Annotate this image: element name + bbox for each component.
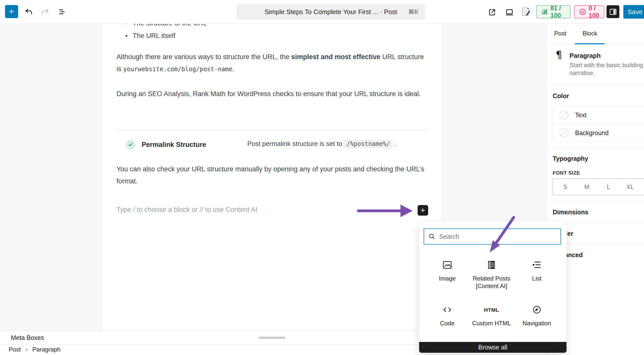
color-section: Color Text Background [547, 85, 644, 148]
permalink-status-pre: Post permalink structure is set to [247, 140, 344, 147]
block-search-box[interactable] [424, 228, 561, 245]
html-block-icon: HTML [469, 301, 514, 315]
preview-button[interactable] [504, 7, 515, 18]
breadcrumb-paragraph: Paragraph [32, 346, 61, 353]
font-size-l[interactable]: L [598, 183, 619, 190]
rank-math-seo-score-badge[interactable]: 81 / 100 [536, 5, 571, 18]
view-post-button[interactable] [487, 7, 498, 18]
document-overview-button[interactable] [56, 6, 67, 17]
block-item-image[interactable]: Image [425, 256, 469, 282]
font-size-label: FONT SIZE [553, 170, 580, 176]
save-button[interactable]: Save [623, 5, 644, 19]
add-block-button[interactable] [418, 205, 428, 216]
seo-score-icon [541, 9, 548, 15]
typography-heading: Typography [553, 155, 588, 162]
color-heading: Color [553, 92, 569, 100]
external-link-icon [488, 8, 497, 17]
settings-panel-toggle-button[interactable] [607, 5, 619, 18]
redo-icon [41, 7, 50, 17]
breadcrumb-post[interactable]: Post [9, 346, 21, 353]
edit-snippet-button[interactable] [520, 6, 531, 17]
permalink-status-end: . [393, 140, 396, 147]
undo-icon [24, 7, 33, 17]
undo-button[interactable] [23, 6, 34, 17]
block-label: List [515, 275, 559, 282]
font-size-s[interactable]: S [554, 183, 576, 190]
empty-block-placeholder[interactable]: Type / to choose a block or // to use Co… [116, 206, 257, 214]
image-block-icon [425, 256, 469, 271]
list-item[interactable]: The structure of the URL [126, 24, 207, 29]
content-ai-icon: ai [579, 8, 586, 15]
permalink-code: /%postname%/ [344, 140, 392, 148]
meta-boxes-label: Meta Boxes [11, 334, 44, 341]
svg-text:ai: ai [581, 10, 584, 14]
block-item-list[interactable]: List [515, 256, 559, 282]
block-label: Code [425, 320, 469, 327]
background-color-label: Background [575, 129, 609, 137]
check-icon [126, 140, 135, 149]
block-name: Paragraph [570, 52, 601, 59]
color-options: Text Background [553, 106, 644, 142]
document-title: Simple Steps To Complete Your First ... … [265, 8, 397, 16]
permalink-status-text: Post permalink structure is set to /%pos… [247, 140, 396, 148]
browse-all-button[interactable]: Browse all [419, 342, 567, 353]
content-ai-score-value: 0 / 100 [589, 5, 599, 19]
list-item-text: The URL itself [133, 30, 175, 42]
paragraph-block[interactable]: You can also check your URL structure ma… [116, 163, 428, 187]
background-color-row[interactable]: Background [553, 124, 644, 142]
search-icon [428, 233, 436, 240]
font-size-xl[interactable]: XL [619, 183, 641, 190]
inline-code: yourwebsite.com/blog/post-name [123, 66, 232, 73]
block-description: Start with the basic building block of a… [570, 61, 644, 77]
typography-section: Typography FONT SIZE S M L XL XXL [547, 148, 644, 202]
separator-block[interactable] [116, 130, 428, 130]
text-color-row[interactable]: Text [553, 106, 644, 124]
paragraph-block[interactable]: Although there are various ways to struc… [116, 51, 428, 75]
bullet-icon [126, 35, 127, 37]
block-label: Navigation [515, 320, 559, 327]
seo-score-value: 81 / 100 [550, 5, 566, 19]
block-label: Image [425, 275, 469, 282]
navigation-block-icon [515, 301, 559, 315]
laptop-icon [505, 8, 514, 17]
code-block-icon [425, 301, 469, 315]
no-color-swatch-icon [559, 128, 569, 138]
list-item-text: The structure of the URL [133, 24, 207, 29]
font-size-m[interactable]: M [576, 183, 598, 190]
editor-canvas[interactable]: The structure of the URL The URL itself … [103, 24, 441, 330]
block-item-code[interactable]: Code [425, 301, 469, 327]
block-inserter-popup: Image Related Posts [Content AI] List Co… [419, 221, 567, 352]
editor-top-bar: Simple Steps To Complete Your First ... … [0, 0, 644, 24]
font-size-xxl[interactable]: XXL [641, 183, 644, 190]
command-shortcut: ⌘K [408, 8, 419, 16]
block-item-related-posts[interactable]: Related Posts [Content AI] [469, 256, 514, 290]
search-input[interactable] [439, 233, 560, 241]
paragraph-block-icon: ¶ [556, 49, 562, 61]
text-color-label: Text [575, 111, 587, 119]
block-item-custom-html[interactable]: HTML Custom HTML [469, 301, 514, 327]
list-view-icon [57, 7, 67, 17]
canvas-left-gutter [0, 24, 103, 330]
content-ai-score-badge[interactable]: ai 0 / 100 [574, 5, 604, 18]
dimensions-section[interactable]: Dimensions [547, 202, 644, 223]
dimensions-heading: Dimensions [553, 209, 588, 216]
command-palette-button[interactable]: Simple Steps To Complete Your First ... … [236, 4, 425, 20]
sidebar-toggle-icon [609, 8, 617, 16]
block-item-navigation[interactable]: Navigation [515, 301, 559, 327]
redo-button[interactable] [40, 6, 51, 17]
paragraph-text: . [232, 65, 234, 73]
paragraph-block[interactable]: During an SEO Analysis, Rank Math for Wo… [116, 88, 428, 100]
tab-post[interactable]: Post [547, 24, 574, 44]
permalink-structure-label: Permalink Structure [142, 141, 206, 149]
list-item[interactable]: The URL itself [126, 30, 175, 42]
font-size-control: S M L XL XXL [553, 179, 644, 195]
block-label: Custom HTML [469, 320, 514, 327]
meta-boxes-resize-handle[interactable] [258, 337, 286, 339]
tab-block[interactable]: Block [575, 24, 605, 44]
block-card: ¶ Paragraph Start with the basic buildin… [547, 45, 644, 85]
plus-icon [8, 8, 15, 15]
block-inserter-toggle-button[interactable] [5, 5, 18, 18]
related-posts-block-icon [469, 256, 514, 271]
paragraph-text: Although there are various ways to struc… [116, 53, 291, 61]
plus-icon [420, 207, 426, 213]
